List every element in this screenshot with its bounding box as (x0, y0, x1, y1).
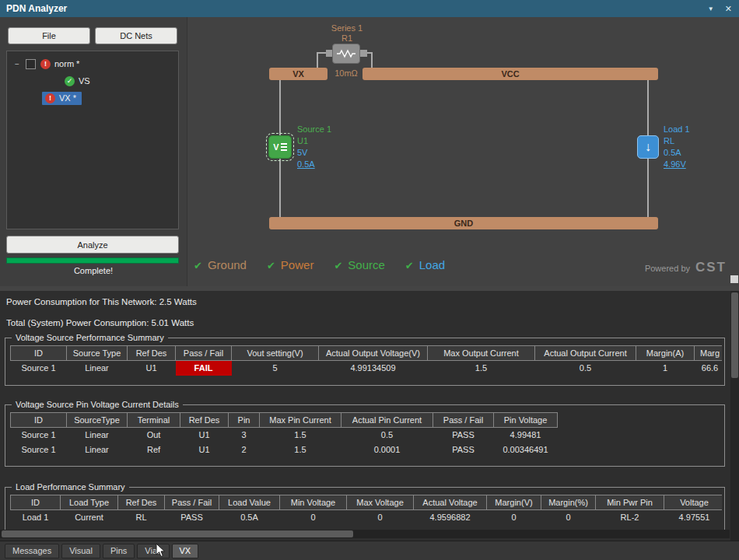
col-header[interactable]: Load Type (61, 495, 118, 510)
source-summary-table: ID Source Type Ref Des Pass / Fail Vout … (10, 345, 722, 376)
col-header[interactable]: Max Voltage (347, 495, 414, 510)
col-header[interactable]: Pass / Fail (433, 413, 494, 428)
window-menu-dropdown-icon[interactable]: ▼ (708, 5, 714, 12)
col-header[interactable]: Source Type (67, 346, 128, 361)
vertical-scrollbar[interactable] (730, 291, 739, 541)
checkbox[interactable] (26, 59, 36, 69)
col-header[interactable]: ID (11, 495, 61, 510)
source-labels: Source 1 U1 5V 0.5A (297, 124, 331, 170)
legend-ground-toggle[interactable]: ✔Ground (194, 258, 247, 271)
tab-visual[interactable]: Visual (61, 544, 100, 558)
col-header[interactable]: Pin Voltage (494, 413, 558, 428)
col-header[interactable]: ID (11, 413, 67, 428)
file-button[interactable]: File (8, 27, 90, 44)
table-row[interactable]: Source 1 Linear Ref U1 2 1.5 0.0001 PASS… (11, 443, 558, 457)
legend-power-toggle[interactable]: ✔Power (267, 258, 313, 271)
horizontal-scrollbar[interactable] (0, 530, 730, 538)
cell: 1.5 (260, 428, 341, 443)
cell: Source 1 (11, 443, 67, 457)
col-header[interactable]: Voltage (664, 495, 723, 510)
load-current-value[interactable]: 0.5A (664, 147, 690, 159)
col-header[interactable]: Min Pwr Pin (596, 495, 664, 510)
tree-item-norm[interactable]: − ! norm * (15, 56, 79, 72)
cell: Linear (67, 443, 128, 457)
cell: Linear (67, 361, 128, 376)
table-wrapper: ID SourceType Terminal Ref Des Pin Max P… (10, 412, 722, 465)
table-wrapper: ID Load Type Ref Des Pass / Fail Load Va… (10, 495, 722, 530)
cell: 0.5 (535, 361, 636, 376)
table-row[interactable]: Load 1 Current RL PASS 0.5A 0 0 4.959688… (11, 510, 723, 525)
col-header[interactable]: Terminal (128, 413, 180, 428)
load-labels: Load 1 RL 0.5A 4.96V (664, 124, 690, 170)
col-header[interactable]: Pass / Fail (176, 346, 232, 361)
col-header[interactable]: Load Value (219, 495, 280, 510)
col-header[interactable]: Marg (695, 346, 723, 361)
tree-item-label: VX * (59, 93, 76, 103)
cell: 1.5 (428, 361, 535, 376)
col-header[interactable]: Max Output Current (428, 346, 535, 361)
col-header[interactable]: Actual Pin Current (341, 413, 433, 428)
col-header[interactable]: Ref Des (118, 495, 165, 510)
col-header[interactable]: Actual Output Current (535, 346, 636, 361)
col-header[interactable]: Actual Voltage (414, 495, 487, 510)
tab-vx[interactable]: VX (172, 544, 199, 558)
check-icon: ✔ (334, 260, 342, 271)
voltage-source-icon[interactable]: V (268, 135, 292, 159)
col-header[interactable]: Pin (229, 413, 260, 428)
table-row[interactable]: Source 1 Linear Out U1 3 1.5 0.5 PASS 4.… (11, 428, 558, 443)
source-voltage-value[interactable]: 5V (297, 147, 331, 159)
load-name: Load 1 (664, 124, 690, 135)
vertical-scrollbar-thumb[interactable] (731, 292, 738, 378)
network-power-text: Power Consumption for This Network: 2.5 … (6, 297, 197, 306)
pin-details-groupbox: Voltage Source Pin Voltage Current Detai… (5, 404, 725, 467)
net-rail-vcc[interactable]: VCC (362, 68, 658, 80)
col-header[interactable]: ID (11, 346, 67, 361)
col-header[interactable]: Margin(%) (541, 495, 596, 510)
scrollbar-corner (730, 275, 738, 283)
load-voltage-link[interactable]: 4.96V (664, 159, 690, 170)
tab-messages[interactable]: Messages (5, 544, 59, 558)
col-header[interactable]: Margin(A) (636, 346, 695, 361)
tab-pins[interactable]: Pins (103, 544, 135, 558)
col-header[interactable]: SourceType (67, 413, 128, 428)
legend-load-toggle[interactable]: ✔Load (405, 258, 445, 271)
tree-item-vs[interactable]: ✓ VS (65, 73, 90, 89)
col-header[interactable]: Ref Des (180, 413, 229, 428)
wire (317, 53, 318, 68)
net-rail-vx[interactable]: VX (269, 68, 327, 80)
close-icon[interactable]: ✕ (725, 4, 732, 14)
col-header[interactable]: Pass / Fail (165, 495, 219, 510)
col-header[interactable]: Ref Des (128, 346, 176, 361)
load-icon[interactable]: ↓ (637, 135, 659, 159)
table-row[interactable]: Source 1 Linear U1 FAIL 5 4.99134509 1.5… (11, 361, 723, 376)
col-header[interactable]: Margin(V) (487, 495, 541, 510)
col-header[interactable]: Vout setting(V) (232, 346, 319, 361)
legend-source-toggle[interactable]: ✔Source (334, 258, 384, 271)
dc-nets-button[interactable]: DC Nets (95, 27, 177, 44)
resistor-component[interactable] (332, 44, 360, 64)
horizontal-scrollbar-thumb[interactable] (2, 530, 353, 537)
powered-by-brand: Powered by CST (645, 260, 727, 275)
source-current-link[interactable]: 0.5A (297, 159, 331, 170)
net-rail-gnd[interactable]: GND (269, 217, 658, 229)
expander-icon[interactable]: − (15, 60, 24, 68)
load-performance-groupbox: Load Performance Summary ID Load Type Re… (5, 487, 725, 532)
cell: U1 (128, 361, 176, 376)
col-header[interactable]: Actual Output Voltage(V) (319, 346, 428, 361)
cell: 1.5 (260, 443, 341, 457)
analyze-button[interactable]: Analyze (6, 236, 179, 254)
results-panel: Power Consumption for This Network: 2.5 … (0, 286, 739, 541)
schematic-canvas[interactable]: Series 1 R1 10mΩ VX VCC GND V Source 1 (187, 17, 739, 286)
mouse-cursor (156, 543, 166, 560)
source-name: Source 1 (297, 124, 331, 135)
pin-details-table: ID SourceType Terminal Ref Des Pin Max P… (10, 412, 558, 457)
cst-logo: CST (695, 260, 727, 275)
col-header[interactable]: Min Voltage (280, 495, 347, 510)
cell: Load 1 (11, 510, 61, 525)
error-icon: ! (45, 93, 55, 103)
cell: Source 1 (11, 361, 67, 376)
cell: 0 (541, 510, 596, 525)
col-header[interactable]: Max Pin Current (260, 413, 341, 428)
tree-item-label: norm * (54, 59, 79, 68)
tree-item-vx[interactable]: ! VX * (42, 90, 82, 106)
